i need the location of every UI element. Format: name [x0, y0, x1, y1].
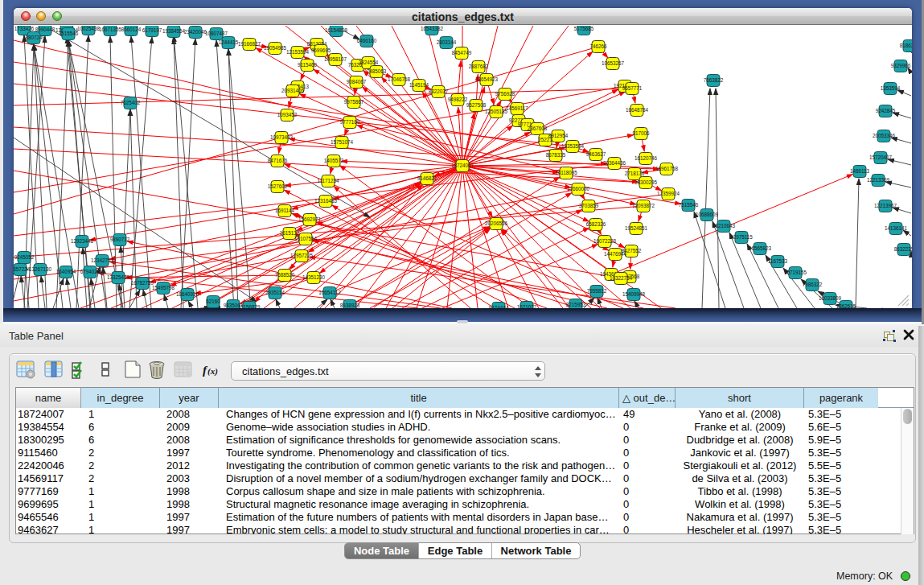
svg-text:8186328: 8186328 [900, 43, 912, 48]
svg-text:16210643: 16210643 [713, 223, 736, 229]
svg-text:12213967: 12213967 [874, 203, 897, 208]
svg-text:14136141: 14136141 [885, 225, 908, 231]
svg-text:9975867: 9975867 [344, 99, 364, 105]
svg-text:16565823: 16565823 [749, 245, 772, 251]
svg-text:15409948: 15409948 [622, 291, 646, 297]
svg-text:17957225: 17957225 [290, 253, 314, 258]
svg-text:9146821: 9146821 [417, 175, 437, 181]
svg-text:14476944: 14476944 [604, 251, 627, 257]
svg-text:14351230: 14351230 [302, 274, 326, 280]
svg-text:1353594: 1353594 [881, 85, 901, 91]
svg-text:10654112: 10654112 [318, 290, 341, 295]
svg-text:10653267: 10653267 [602, 60, 625, 66]
svg-text:8912954: 8912954 [548, 133, 569, 138]
svg-text:5175685: 5175685 [574, 26, 594, 31]
svg-text:10025438: 10025438 [77, 26, 101, 31]
svg-text:13325419: 13325419 [107, 274, 130, 280]
svg-text:11156829: 11156829 [238, 304, 261, 308]
svg-text:16154808: 16154808 [325, 27, 348, 33]
svg-text:2803144: 2803144 [437, 39, 457, 45]
svg-text:20053346: 20053346 [873, 133, 896, 138]
svg-text:9245052: 9245052 [14, 254, 35, 260]
svg-text:18300295: 18300295 [634, 179, 658, 185]
svg-text:(x): (x) [207, 366, 218, 377]
svg-text:9890712: 9890712 [110, 237, 130, 242]
svg-text:17359924: 17359924 [657, 191, 680, 196]
svg-text:10958107: 10958107 [324, 56, 347, 62]
svg-text:9657771: 9657771 [622, 85, 643, 91]
svg-text:9474444: 9474444 [489, 305, 509, 308]
svg-text:9699695: 9699695 [311, 47, 331, 53]
svg-text:16961758: 16961758 [655, 166, 679, 171]
svg-text:10322734: 10322734 [610, 275, 633, 281]
svg-text:8678335: 8678335 [546, 152, 566, 158]
svg-text:7986322: 7986322 [803, 282, 823, 287]
svg-text:746266: 746266 [589, 43, 607, 49]
svg-text:1486113: 1486113 [850, 168, 870, 174]
svg-text:20364436: 20364436 [603, 160, 626, 166]
svg-text:9242845: 9242845 [876, 108, 896, 113]
svg-text:12505135: 12505135 [485, 109, 508, 114]
svg-text:7588520: 7588520 [275, 272, 295, 278]
svg-text:10973493: 10973493 [270, 134, 294, 140]
svg-text:20206556: 20206556 [485, 220, 508, 226]
svg-text:8938923: 8938923 [340, 303, 360, 308]
svg-text:13654923: 13654923 [475, 76, 499, 82]
svg-text:6794028: 6794028 [80, 269, 101, 274]
svg-text:19054985: 19054985 [264, 45, 287, 51]
svg-text:817006: 817006 [632, 130, 650, 136]
svg-text:17046768: 17046768 [388, 76, 411, 82]
svg-text:16543382: 16543382 [421, 26, 444, 31]
svg-text:8632235: 8632235 [894, 246, 912, 252]
svg-text:2935114: 2935114 [265, 290, 285, 295]
svg-text:13353594: 13353594 [561, 143, 585, 149]
svg-text:12213369: 12213369 [867, 177, 890, 183]
svg-text:2718176: 2718176 [625, 171, 645, 176]
svg-text:8660124: 8660124 [121, 27, 142, 32]
svg-text:12153594: 12153594 [286, 49, 310, 55]
svg-text:1615132: 1615132 [280, 230, 300, 236]
svg-text:1145194: 1145194 [409, 82, 429, 88]
svg-text:1093452: 1093452 [277, 112, 298, 117]
svg-text:8454749: 8454749 [452, 50, 472, 56]
svg-text:9498222: 9498222 [448, 97, 468, 102]
svg-text:7955812: 7955812 [587, 288, 607, 294]
svg-text:1405572: 1405572 [324, 158, 344, 163]
svg-text:1691144: 1691144 [275, 208, 295, 213]
svg-text:7357224: 7357224 [14, 266, 31, 272]
svg-text:1527602: 1527602 [268, 183, 288, 189]
svg-text:1362615: 1362615 [836, 303, 856, 308]
svg-text:11171234: 11171234 [317, 178, 339, 183]
svg-text:10807487: 10807487 [205, 31, 228, 36]
svg-text:7663822: 7663822 [704, 77, 724, 83]
svg-text:1640954: 1640954 [56, 269, 76, 274]
svg-text:20931406: 20931406 [281, 88, 305, 93]
svg-text:18640910: 18640910 [176, 291, 199, 297]
svg-text:16782759: 16782759 [131, 280, 154, 286]
svg-text:9084067: 9084067 [347, 79, 367, 84]
svg-text:2887682: 2887682 [469, 64, 489, 69]
svg-text:14118095: 14118095 [555, 170, 577, 175]
svg-text:9777169: 9777169 [340, 119, 360, 125]
svg-text:9329966: 9329966 [891, 63, 911, 68]
svg-text:16072228: 16072228 [593, 238, 617, 244]
svg-text:2367608: 2367608 [528, 126, 548, 131]
svg-text:18807249: 18807249 [23, 35, 46, 40]
svg-text:12975115: 12975115 [730, 234, 753, 240]
svg-text:12342757: 12342757 [91, 257, 114, 263]
svg-text:14569117: 14569117 [506, 105, 528, 111]
svg-text:9463627: 9463627 [586, 151, 606, 157]
svg-text:17316485: 17316485 [314, 198, 338, 204]
svg-text:10719155: 10719155 [784, 270, 807, 275]
svg-text:3703859: 3703859 [579, 203, 599, 208]
svg-text:15751074: 15751074 [331, 139, 354, 145]
svg-text:9115460: 9115460 [298, 62, 318, 68]
svg-text:7625402: 7625402 [121, 100, 141, 105]
svg-text:18724007: 18724007 [451, 163, 474, 168]
svg-text:16120746: 16120746 [634, 155, 658, 161]
svg-text:8215953: 8215953 [566, 302, 586, 307]
svg-text:7515546: 7515546 [679, 202, 699, 208]
svg-text:12093872: 12093872 [632, 203, 655, 208]
svg-text:15495798: 15495798 [152, 285, 175, 290]
svg-text:9756928: 9756928 [495, 91, 515, 97]
